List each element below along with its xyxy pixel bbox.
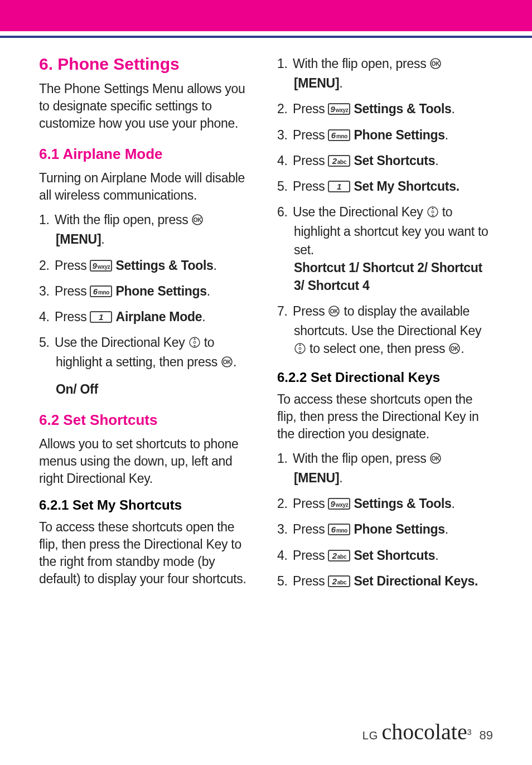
subsection-6-2-1-title: 6.2.1 Set My Shortcuts [39,497,255,513]
directional-key-icon [188,335,201,353]
key-digit: 6 [93,287,98,296]
svg-point-3 [194,341,196,343]
step-number: 3. [277,520,289,538]
key-2-icon: 2abc [328,155,350,167]
step-text: With the flip open, press [293,451,429,466]
step-text: Press [293,496,328,511]
svg-text:OK: OK [223,359,231,365]
page-footer: LG chocolate3 89 [362,719,493,745]
step-number: 4. [277,546,289,564]
step-bold: Settings & Tools [116,258,214,273]
key-9-icon: 9wxyz [328,498,350,510]
section-title: 6. Phone Settings [39,55,255,74]
section-intro: The Phone Settings Menu allows you to de… [39,80,255,132]
step-number: 4. [39,308,51,326]
step-item: 5. Press 2abc Set Directional Keys. [277,572,493,590]
page-number: 89 [480,728,493,743]
key-sub: abc [337,159,346,165]
key-digit: 9 [331,104,335,114]
period: . [202,309,205,324]
key-6-icon: 6mno [328,524,350,535]
step-bold: Settings & Tools [354,496,452,511]
brand-sup: 3 [467,728,472,737]
key-sub: abc [337,554,346,560]
step-text: Press [55,284,90,298]
subsection-6-2-2-title: 6.2.2 Set Directional Keys [277,370,493,385]
brand-lg-logo: LG [362,729,379,742]
step-item: 5. Press 1 Set My Shortcuts. [277,177,493,195]
step-text: Press [293,522,328,536]
step-text: Press [293,128,328,142]
subsection-6-2-title: 6.2 Set Shortcuts [39,411,255,429]
period: . [435,548,438,563]
key-1-icon: 1 [90,311,112,323]
step-item: 7. Press OK to display the available sho… [277,302,493,360]
step-item: 3. Press 6mno Phone Settings. [277,126,493,144]
step-text: Use the Directional Key [293,205,427,219]
key-sub: wxyz [98,264,110,270]
key-sub: wxyz [336,502,349,508]
period: . [207,284,210,298]
left-column: 6. Phone Settings The Phone Settings Men… [39,55,255,598]
step-item: 6. Use the Directional Key to highlight … [277,203,493,294]
steps-6-2-1: 1. With the flip open, press OK [MENU]. … [277,55,493,360]
on-off-option: On/ Off [39,381,255,398]
steps-6-1: 1. With the flip open, press OK [MENU]. … [39,211,255,372]
key-digit: 1 [337,182,341,191]
period: . [461,341,464,356]
ok-key-icon: OK [328,304,340,322]
step-item: 3. Press 6mno Phone Settings. [39,282,255,300]
period: . [233,355,236,369]
step-number: 6. [277,203,289,221]
step-bold: Airplane Mode [116,309,202,324]
key-digit: 1 [99,312,103,322]
step-number: 2. [277,100,289,118]
svg-text:OK: OK [432,61,440,67]
key-digit: 6 [331,130,336,140]
step-text: With the flip open, press [55,212,191,227]
period: . [101,232,104,246]
step-number: 2. [39,256,51,274]
key-sub: mno [98,289,109,296]
steps-6-2-2: 1. With the flip open, press OK [MENU]. … [277,449,493,590]
step-bold: Phone Settings [354,522,445,536]
step-item: 1. With the flip open, press OK [MENU]. [277,449,493,487]
step-text: With the flip open, press [293,56,429,71]
step-item: 3. Press 6mno Phone Settings. [277,520,493,538]
svg-point-9 [432,211,434,213]
step-bold: [MENU] [56,232,101,246]
step-number: 2. [277,495,289,512]
subsection-6-2-1-intro: To access these shortcuts open the flip,… [39,519,255,588]
step-bold: Phone Settings [354,128,445,142]
step-bold: Settings & Tools [354,101,452,116]
directional-key-icon [427,205,439,222]
key-digit: 2 [332,551,337,560]
shortcut-options: Shortcut 1/ Shortcut 2/ Shortcut 3/ Shor… [294,260,482,293]
step-item: 2. Press 9wxyz Settings & Tools. [277,495,493,512]
key-1-icon: 1 [328,181,350,192]
key-6-icon: 6mno [90,285,112,297]
step-number: 5. [277,177,289,195]
step-number: 3. [39,282,51,300]
key-6-icon: 6mno [328,129,350,141]
svg-text:OK: OK [451,346,459,352]
step-number: 3. [277,126,289,144]
page-content: 6. Phone Settings The Phone Settings Men… [0,38,532,609]
ok-key-icon: OK [221,355,233,372]
step-text: Press [55,258,90,273]
step-number: 4. [277,152,289,170]
step-number: 1. [277,449,289,467]
ok-key-icon: OK [448,341,461,359]
step-text: to select one, then press [309,341,448,356]
svg-text:OK: OK [194,217,202,223]
step-text: Press [293,153,328,168]
step-bold: Phone Settings [116,284,207,298]
step-bold: [MENU] [294,76,339,90]
header-bar [0,0,532,31]
period: . [445,128,448,142]
step-item: 4. Press 2abc Set Shortcuts. [277,152,493,170]
step-item: 4. Press 1 Airplane Mode. [39,308,255,326]
step-bold: Set Shortcuts [354,548,436,563]
key-digit: 9 [331,499,335,509]
period: . [435,153,438,168]
